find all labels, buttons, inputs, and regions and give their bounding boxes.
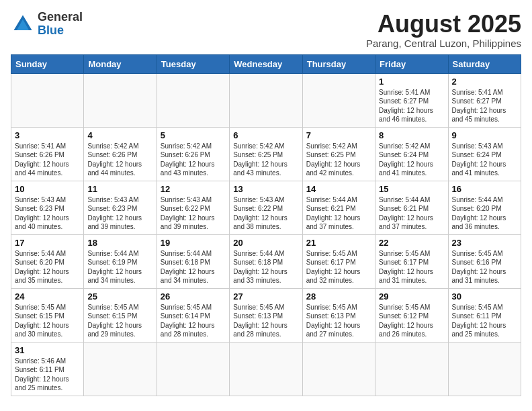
calendar-subtitle: Parang, Central Luzon, Philippines [366,38,521,49]
day-info: Sunrise: 5:45 AM Sunset: 6:15 PM Dayligh… [87,303,152,339]
day-number: 30 [452,291,517,302]
day-number: 26 [161,291,226,302]
day-info: Sunrise: 5:45 AM Sunset: 6:13 PM Dayligh… [233,303,298,339]
day-number: 7 [306,130,371,140]
day-info: Sunrise: 5:45 AM Sunset: 6:17 PM Dayligh… [379,249,444,285]
day-number: 15 [379,184,444,194]
logo: General Blue [11,11,83,38]
day-cell [375,342,448,396]
day-info: Sunrise: 5:42 AM Sunset: 6:24 PM Dayligh… [379,142,444,178]
day-info: Sunrise: 5:45 AM Sunset: 6:12 PM Dayligh… [379,303,444,339]
day-info: Sunrise: 5:46 AM Sunset: 6:11 PM Dayligh… [15,357,80,393]
day-cell [157,73,229,127]
day-number: 21 [306,238,371,248]
day-cell [448,342,521,396]
day-cell: 12Sunrise: 5:43 AM Sunset: 6:22 PM Dayli… [157,181,229,234]
weekday-header-friday: Friday [375,54,448,73]
day-number: 19 [161,238,226,248]
day-cell [302,73,375,127]
day-cell: 2Sunrise: 5:41 AM Sunset: 6:27 PM Daylig… [448,73,521,127]
day-number: 5 [161,130,226,140]
day-cell: 28Sunrise: 5:45 AM Sunset: 6:13 PM Dayli… [302,288,375,342]
day-cell: 21Sunrise: 5:45 AM Sunset: 6:17 PM Dayli… [302,234,375,288]
day-cell [302,342,375,396]
week-row-3: 10Sunrise: 5:43 AM Sunset: 6:23 PM Dayli… [11,181,521,234]
day-number: 13 [233,184,298,194]
day-number: 11 [87,184,152,194]
day-number: 8 [379,130,444,140]
weekday-header-tuesday: Tuesday [157,54,229,73]
day-number: 2 [452,77,517,87]
header: General Blue August 2025 Parang, Central… [11,11,521,49]
day-number: 4 [87,130,152,140]
day-info: Sunrise: 5:43 AM Sunset: 6:22 PM Dayligh… [161,195,226,232]
day-cell: 22Sunrise: 5:45 AM Sunset: 6:17 PM Dayli… [375,234,448,288]
day-number: 25 [87,291,152,302]
day-info: Sunrise: 5:44 AM Sunset: 6:20 PM Dayligh… [15,249,80,285]
week-row-5: 24Sunrise: 5:45 AM Sunset: 6:15 PM Dayli… [11,288,521,342]
day-cell: 7Sunrise: 5:42 AM Sunset: 6:25 PM Daylig… [302,127,375,181]
day-info: Sunrise: 5:42 AM Sunset: 6:25 PM Dayligh… [233,142,298,178]
day-number: 20 [233,238,298,248]
day-cell: 19Sunrise: 5:44 AM Sunset: 6:18 PM Dayli… [157,234,229,288]
day-cell: 30Sunrise: 5:45 AM Sunset: 6:11 PM Dayli… [448,288,521,342]
day-number: 6 [233,130,298,140]
day-info: Sunrise: 5:45 AM Sunset: 6:15 PM Dayligh… [15,303,80,339]
day-cell: 26Sunrise: 5:45 AM Sunset: 6:14 PM Dayli… [157,288,229,342]
week-row-4: 17Sunrise: 5:44 AM Sunset: 6:20 PM Dayli… [11,234,521,288]
day-cell: 8Sunrise: 5:42 AM Sunset: 6:24 PM Daylig… [375,127,448,181]
day-cell: 24Sunrise: 5:45 AM Sunset: 6:15 PM Dayli… [11,288,84,342]
day-info: Sunrise: 5:45 AM Sunset: 6:14 PM Dayligh… [161,303,226,339]
day-cell: 17Sunrise: 5:44 AM Sunset: 6:20 PM Dayli… [11,234,84,288]
day-info: Sunrise: 5:43 AM Sunset: 6:22 PM Dayligh… [233,195,298,232]
day-info: Sunrise: 5:43 AM Sunset: 6:23 PM Dayligh… [87,195,152,232]
day-number: 17 [15,238,80,248]
week-row-1: 1Sunrise: 5:41 AM Sunset: 6:27 PM Daylig… [11,73,521,127]
title-area: August 2025 Parang, Central Luzon, Phili… [366,11,521,49]
day-info: Sunrise: 5:45 AM Sunset: 6:11 PM Dayligh… [452,303,517,339]
day-number: 31 [15,345,80,355]
logo-icon [11,12,35,36]
day-info: Sunrise: 5:41 AM Sunset: 6:26 PM Dayligh… [15,142,80,178]
day-info: Sunrise: 5:41 AM Sunset: 6:27 PM Dayligh… [452,88,517,124]
day-cell: 27Sunrise: 5:45 AM Sunset: 6:13 PM Dayli… [230,288,302,342]
day-number: 16 [452,184,517,194]
day-number: 23 [452,238,517,248]
weekday-header-thursday: Thursday [302,54,375,73]
day-info: Sunrise: 5:41 AM Sunset: 6:27 PM Dayligh… [379,88,444,124]
day-cell: 4Sunrise: 5:42 AM Sunset: 6:26 PM Daylig… [84,127,157,181]
day-cell [157,342,229,396]
day-info: Sunrise: 5:44 AM Sunset: 6:18 PM Dayligh… [161,249,226,285]
day-info: Sunrise: 5:44 AM Sunset: 6:20 PM Dayligh… [452,195,517,232]
week-row-6: 31Sunrise: 5:46 AM Sunset: 6:11 PM Dayli… [11,342,521,396]
day-number: 12 [161,184,226,194]
day-cell: 3Sunrise: 5:41 AM Sunset: 6:26 PM Daylig… [11,127,84,181]
day-number: 1 [379,77,444,87]
calendar-table: SundayMondayTuesdayWednesdayThursdayFrid… [11,54,521,396]
weekday-header-sunday: Sunday [11,54,84,73]
day-number: 22 [379,238,444,248]
day-cell: 18Sunrise: 5:44 AM Sunset: 6:19 PM Dayli… [84,234,157,288]
day-cell: 23Sunrise: 5:45 AM Sunset: 6:16 PM Dayli… [448,234,521,288]
day-cell: 11Sunrise: 5:43 AM Sunset: 6:23 PM Dayli… [84,181,157,234]
day-cell: 10Sunrise: 5:43 AM Sunset: 6:23 PM Dayli… [11,181,84,234]
day-info: Sunrise: 5:45 AM Sunset: 6:17 PM Dayligh… [306,249,371,285]
day-info: Sunrise: 5:42 AM Sunset: 6:26 PM Dayligh… [161,142,226,178]
weekday-header-wednesday: Wednesday [230,54,302,73]
day-cell: 14Sunrise: 5:44 AM Sunset: 6:21 PM Dayli… [302,181,375,234]
day-number: 14 [306,184,371,194]
day-number: 28 [306,291,371,302]
day-cell: 15Sunrise: 5:44 AM Sunset: 6:21 PM Dayli… [375,181,448,234]
week-row-2: 3Sunrise: 5:41 AM Sunset: 6:26 PM Daylig… [11,127,521,181]
day-info: Sunrise: 5:44 AM Sunset: 6:21 PM Dayligh… [306,195,371,232]
day-cell: 1Sunrise: 5:41 AM Sunset: 6:27 PM Daylig… [375,73,448,127]
day-cell: 25Sunrise: 5:45 AM Sunset: 6:15 PM Dayli… [84,288,157,342]
day-info: Sunrise: 5:45 AM Sunset: 6:13 PM Dayligh… [306,303,371,339]
day-info: Sunrise: 5:44 AM Sunset: 6:18 PM Dayligh… [233,249,298,285]
day-info: Sunrise: 5:43 AM Sunset: 6:23 PM Dayligh… [15,195,80,232]
day-cell [84,342,157,396]
day-number: 24 [15,291,80,302]
day-number: 29 [379,291,444,302]
logo-text: General Blue [38,11,83,38]
day-info: Sunrise: 5:44 AM Sunset: 6:19 PM Dayligh… [87,249,152,285]
